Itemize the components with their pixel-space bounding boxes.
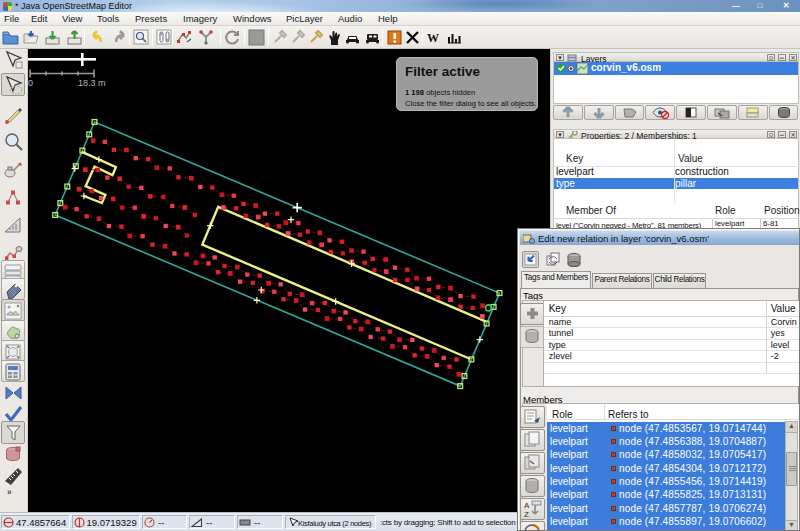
svg-text:18.3 m: 18.3 m [78, 78, 106, 88]
svg-text:»: » [7, 487, 12, 497]
svg-text:W: W [427, 31, 439, 45]
svg-text:Z: Z [524, 510, 529, 519]
svg-text:A: A [524, 501, 530, 510]
svg-text:0: 0 [28, 78, 33, 88]
